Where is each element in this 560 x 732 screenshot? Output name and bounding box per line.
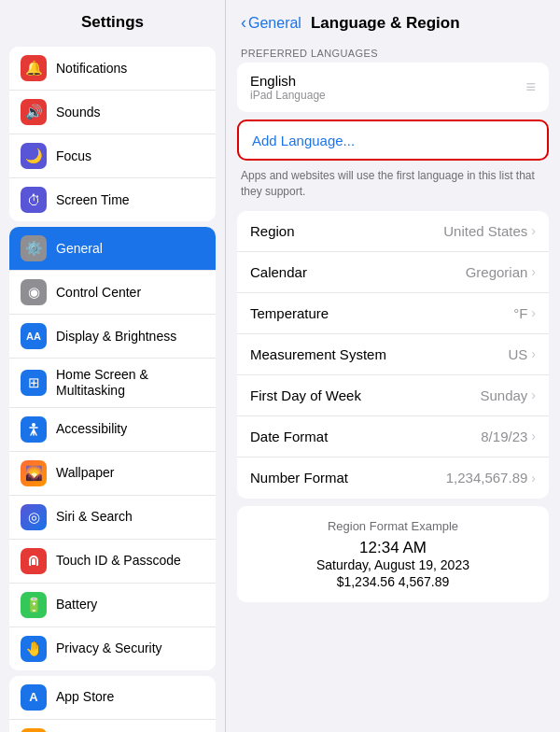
measurement-value: US xyxy=(508,346,527,362)
region-row[interactable]: Region United States › xyxy=(237,211,549,252)
chevron-right-icon: › xyxy=(531,264,536,279)
page-title: Language & Region xyxy=(311,14,460,33)
temperature-value: °F xyxy=(513,305,527,321)
control-center-icon: ◉ xyxy=(21,279,47,305)
screen-time-icon: ⏱ xyxy=(21,187,47,213)
example-title: Region Format Example xyxy=(252,519,534,533)
number-format-value: 1,234,567.89 xyxy=(446,470,528,486)
temperature-row[interactable]: Temperature °F › xyxy=(237,293,549,334)
sidebar-item-battery[interactable]: 🔋 Battery xyxy=(9,584,216,627)
number-format-row[interactable]: Number Format 1,234,567.89 › xyxy=(237,458,549,499)
add-language-label: Add Language... xyxy=(252,133,355,148)
sidebar-item-notifications[interactable]: 🔔 Notifications xyxy=(9,47,216,91)
sidebar-item-touch-id[interactable]: Touch ID & Passcode xyxy=(9,540,216,584)
sidebar-item-label: Screen Time xyxy=(56,192,130,208)
date-format-value: 8/19/23 xyxy=(481,429,527,444)
sidebar-item-label: App Store xyxy=(56,689,114,705)
add-language-button[interactable]: Add Language... xyxy=(237,120,549,161)
sidebar-item-label: Privacy & Security xyxy=(56,640,162,656)
focus-icon: 🌙 xyxy=(21,143,47,169)
sidebar-item-wallpaper[interactable]: 🌄 Wallpaper xyxy=(9,452,216,496)
measurement-row[interactable]: Measurement System US › xyxy=(237,334,549,375)
chevron-right-icon: › xyxy=(531,387,536,402)
measurement-label: Measurement System xyxy=(250,346,508,362)
sidebar-item-siri[interactable]: ◎ Siri & Search xyxy=(9,496,216,540)
display-brightness-icon: AA xyxy=(21,323,47,349)
sidebar-item-sounds[interactable]: 🔊 Sounds xyxy=(9,91,216,134)
preferred-languages-label: PREFERRED LANGUAGES xyxy=(226,40,560,63)
notifications-icon: 🔔 xyxy=(21,55,47,81)
example-currency: $1,234.56 4,567.89 xyxy=(252,574,534,589)
language-list-group: English iPad Language ≡ xyxy=(237,63,549,112)
sidebar-item-label: Battery xyxy=(56,597,97,612)
chevron-right-icon: › xyxy=(531,305,536,320)
sidebar: Settings 🔔 Notifications 🔊 Sounds 🌙 Focu… xyxy=(0,0,226,732)
sidebar-item-home-screen[interactable]: ⊞ Home Screen & Multitasking xyxy=(9,359,216,408)
sidebar-title: Settings xyxy=(0,0,225,41)
first-day-value: Sunday xyxy=(480,387,527,403)
sidebar-group-3: A App Store ▤ Wallet & Apple Pay xyxy=(9,676,216,732)
sidebar-item-label: General xyxy=(56,241,103,257)
sidebar-item-label: Siri & Search xyxy=(56,509,133,525)
battery-icon: 🔋 xyxy=(21,592,47,618)
date-format-row[interactable]: Date Format 8/19/23 › xyxy=(237,416,549,458)
sidebar-item-control-center[interactable]: ◉ Control Center xyxy=(9,271,216,315)
drag-handle-icon[interactable]: ≡ xyxy=(525,77,536,97)
region-settings-group: Region United States › Calendar Gregoria… xyxy=(237,211,549,499)
privacy-icon: 🤚 xyxy=(21,636,47,662)
chevron-right-icon: › xyxy=(531,346,536,361)
sidebar-item-label: Focus xyxy=(56,148,91,164)
example-date: Saturday, August 19, 2023 xyxy=(252,557,534,572)
sidebar-item-screen-time[interactable]: ⏱ Screen Time xyxy=(9,178,216,221)
temperature-label: Temperature xyxy=(250,305,513,321)
chevron-right-icon: › xyxy=(531,471,536,486)
region-format-example: Region Format Example 12:34 AM Saturday,… xyxy=(237,506,549,602)
app-store-icon: A xyxy=(21,684,47,711)
wallet-icon: ▤ xyxy=(21,728,47,732)
back-label: General xyxy=(248,15,301,32)
first-day-label: First Day of Week xyxy=(250,387,480,403)
language-sublabel: iPad Language xyxy=(250,89,525,102)
back-button[interactable]: ‹ General xyxy=(241,13,301,33)
calendar-row[interactable]: Calendar Gregorian › xyxy=(237,252,549,293)
example-time: 12:34 AM xyxy=(252,539,534,557)
main-panel: ‹ General Language & Region PREFERRED LA… xyxy=(226,0,560,732)
sidebar-item-app-store[interactable]: A App Store xyxy=(9,676,216,720)
sidebar-item-label: Control Center xyxy=(56,285,141,301)
sidebar-item-label: Wallpaper xyxy=(56,465,115,481)
sidebar-item-wallet[interactable]: ▤ Wallet & Apple Pay xyxy=(9,720,216,732)
sidebar-item-label: Sounds xyxy=(56,105,100,120)
region-label: Region xyxy=(250,223,443,239)
wallpaper-icon: 🌄 xyxy=(21,460,47,486)
chevron-right-icon: › xyxy=(531,429,536,443)
sidebar-group-2: ⚙️ General ◉ Control Center AA Display &… xyxy=(9,227,216,670)
sidebar-item-label: Home Screen & Multitasking xyxy=(56,367,204,399)
home-screen-icon: ⊞ xyxy=(21,370,47,396)
first-day-row[interactable]: First Day of Week Sunday › xyxy=(237,375,549,416)
svg-point-0 xyxy=(32,423,35,427)
sounds-icon: 🔊 xyxy=(21,99,47,125)
languages-info-text: Apps and websites will use the first lan… xyxy=(226,164,560,211)
language-text: English iPad Language xyxy=(250,73,525,102)
accessibility-icon xyxy=(21,416,47,443)
sidebar-item-accessibility[interactable]: Accessibility xyxy=(9,408,216,452)
language-name: English xyxy=(250,73,525,89)
nav-bar: ‹ General Language & Region xyxy=(226,0,560,40)
date-format-label: Date Format xyxy=(250,429,481,444)
english-language-row: English iPad Language ≡ xyxy=(237,63,549,112)
calendar-value: Gregorian xyxy=(466,264,528,280)
sidebar-item-label: Display & Brightness xyxy=(56,329,176,345)
calendar-label: Calendar xyxy=(250,264,466,280)
region-value: United States xyxy=(443,223,527,239)
touch-id-icon xyxy=(21,548,47,574)
sidebar-item-privacy[interactable]: 🤚 Privacy & Security xyxy=(9,627,216,670)
sidebar-item-label: Notifications xyxy=(56,61,127,77)
sidebar-item-label: Accessibility xyxy=(56,421,127,437)
sidebar-item-general[interactable]: ⚙️ General xyxy=(9,227,216,271)
chevron-left-icon: ‹ xyxy=(241,13,246,33)
chevron-right-icon: › xyxy=(531,223,536,238)
sidebar-item-display-brightness[interactable]: AA Display & Brightness xyxy=(9,315,216,359)
sidebar-item-focus[interactable]: 🌙 Focus xyxy=(9,134,216,178)
number-format-label: Number Format xyxy=(250,470,446,486)
general-icon: ⚙️ xyxy=(21,235,47,261)
